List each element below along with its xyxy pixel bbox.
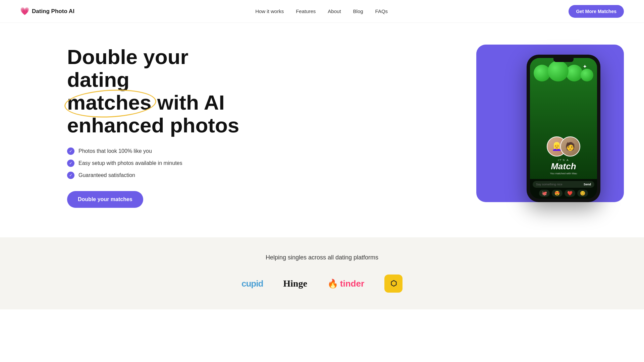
logo-text: Dating Photo AI — [32, 8, 74, 15]
nav-link-blog[interactable]: Blog — [353, 8, 363, 14]
bubble-center — [548, 61, 569, 81]
phone-screen: ✦ 👱‍♀️ 🧑 IT'S A Match You matched with M… — [530, 58, 597, 199]
match-word: Match — [550, 162, 577, 171]
avatar-male: 🧑 — [560, 136, 580, 157]
phone-mockup-container: ✦ 👱‍♀️ 🧑 IT'S A Match You matched with M… — [463, 45, 624, 209]
emoji-4: 😊 — [577, 190, 588, 197]
navbar: 💗 Dating Photo AI How it works Features … — [0, 0, 644, 23]
hero-cta-button[interactable]: Double your matches — [67, 191, 143, 208]
tinder-logo: 🔥 tinder — [327, 279, 364, 289]
phone-device: ✦ 👱‍♀️ 🧑 IT'S A Match You matched with M… — [527, 55, 600, 202]
match-avatars: 👱‍♀️ 🧑 — [547, 136, 580, 157]
phone-screen-top: ✦ 👱‍♀️ 🧑 IT'S A Match You matched with M… — [530, 58, 597, 179]
platform-logos: cupid Hinge 🔥 tinder ⬡ — [20, 275, 624, 293]
cupid-c-icon: c — [241, 279, 246, 289]
sparkle-icon: ✦ — [583, 63, 587, 70]
hero-title-highlight: matches — [67, 91, 152, 114]
cupid-rest: upid — [246, 279, 263, 289]
phone-notch — [553, 58, 574, 62]
logo-heart-icon: 💗 — [20, 7, 29, 16]
hero-title-line2: with AI — [152, 91, 225, 114]
platforms-section: Helping singles across all dating platfo… — [0, 237, 644, 309]
hero-title-line1: Double your dating — [67, 45, 189, 91]
cupid-logo: cupid — [241, 279, 263, 289]
emoji-3: ❤️ — [565, 190, 575, 197]
nav-link-about[interactable]: About — [328, 8, 341, 14]
nav-cta-button[interactable]: Get More Matches — [569, 5, 624, 18]
bumble-logo: ⬡ — [384, 275, 402, 293]
bubble-right — [566, 65, 583, 81]
message-placeholder-text: Say something nice — [536, 183, 582, 186]
message-bar: Say something nice Send — [533, 181, 594, 188]
nav-links: How it works Features About Blog FAQs — [255, 8, 388, 14]
emoji-1: 🐙 — [539, 190, 550, 197]
hinge-logo: Hinge — [283, 278, 307, 289]
hero-checklist: ✓ Photos that look 100% like you ✓ Easy … — [67, 147, 255, 179]
phone-outer-shell: ✦ 👱‍♀️ 🧑 IT'S A Match You matched with M… — [527, 55, 600, 202]
emoji-row: 🐙 😍 ❤️ 😊 — [533, 190, 594, 197]
check-icon-2: ✓ — [67, 160, 74, 167]
tinder-flame-icon: 🔥 — [327, 279, 338, 289]
check-icon-3: ✓ — [67, 172, 74, 179]
tinder-text: tinder — [340, 279, 364, 289]
emoji-2: 😍 — [552, 190, 562, 197]
nav-link-features[interactable]: Features — [296, 8, 316, 14]
send-button-text: Send — [584, 183, 591, 186]
checklist-item-1: ✓ Photos that look 100% like you — [67, 147, 255, 155]
platforms-heading: Helping singles across all dating platfo… — [20, 254, 624, 261]
checklist-item-2: ✓ Easy setup with photos available in mi… — [67, 160, 255, 167]
you-matched-text: You matched with Mau — [550, 172, 577, 175]
hero-text: Double your dating matches with AI enhan… — [67, 46, 255, 208]
nav-link-how-it-works[interactable]: How it works — [255, 8, 284, 14]
hero-title: Double your dating matches with AI enhan… — [67, 46, 255, 137]
checklist-item-3: ✓ Guaranteed satisfaction — [67, 172, 255, 179]
hero-section: Double your dating matches with AI enhan… — [0, 23, 644, 231]
check-icon-1: ✓ — [67, 147, 74, 155]
bumble-icon: ⬡ — [390, 279, 397, 288]
match-text: IT'S A Match You matched with Mau — [547, 159, 580, 176]
bubble-extra-right — [581, 69, 593, 81]
phone-screen-bottom: Say something nice Send 🐙 😍 ❤️ 😊 — [530, 179, 597, 199]
nav-logo[interactable]: 💗 Dating Photo AI — [20, 7, 74, 16]
nav-link-faqs[interactable]: FAQs — [375, 8, 388, 14]
